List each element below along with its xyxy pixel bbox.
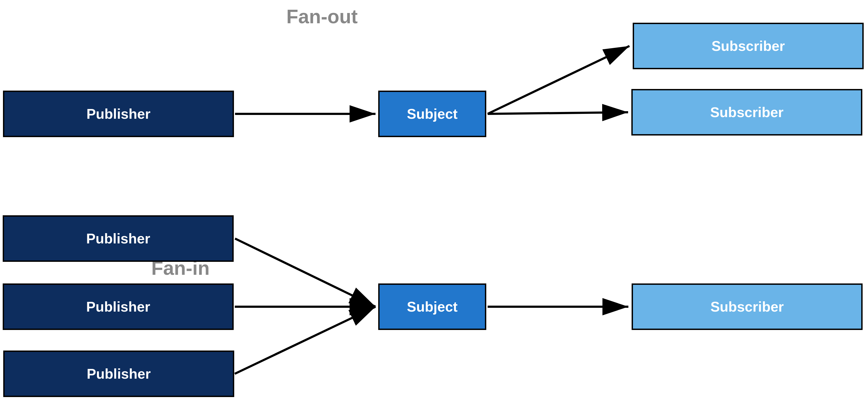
fanin-subscriber-label: Subscriber (711, 298, 784, 315)
fanin-publisher-2: Publisher (3, 284, 234, 330)
fanout-subscriber-2-label: Subscriber (710, 104, 784, 120)
fanin-publisher-3-label: Publisher (87, 366, 151, 382)
fanout-publisher: Publisher (3, 91, 234, 137)
fanin-publisher-3: Publisher (3, 350, 234, 397)
fanin-subject-label: Subject (407, 298, 458, 315)
diagram-container: Fan-out Fan-in Publisher Subject Subscri… (0, 0, 868, 403)
fanout-publisher-label: Publisher (87, 106, 151, 122)
arrow-subject-to-sub2-fanout (488, 112, 628, 114)
fanin-publisher-1: Publisher (3, 215, 234, 262)
arrow-subject-to-sub1-fanout (488, 46, 629, 114)
fanout-label: Fan-out (286, 5, 358, 28)
fanout-subject: Subject (378, 91, 486, 137)
fanout-subscriber-1-label: Subscriber (712, 38, 785, 54)
fanout-subscriber-1: Subscriber (633, 23, 864, 69)
arrow-pub1-to-subject-fanin (235, 238, 375, 307)
fanin-subject: Subject (378, 284, 486, 330)
fanin-publisher-2-label: Publisher (86, 298, 150, 315)
fanin-subscriber: Subscriber (631, 284, 863, 330)
arrow-pub3-to-subject-fanin (235, 307, 375, 374)
fanout-subscriber-2: Subscriber (631, 89, 862, 136)
fanout-subject-label: Subject (407, 106, 458, 122)
fanin-publisher-1-label: Publisher (86, 230, 150, 247)
